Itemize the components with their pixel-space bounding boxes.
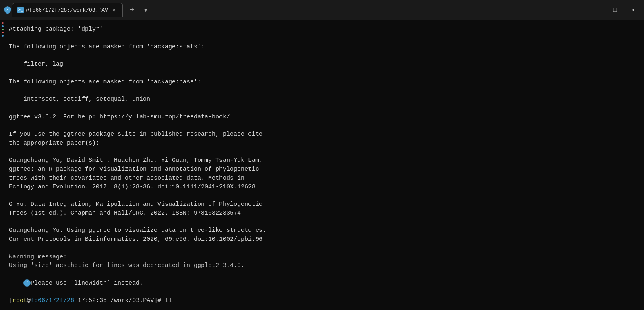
- line-trees-covariates: trees with their covariates and other as…: [9, 174, 637, 183]
- line-filter-lag: filter, lag: [9, 60, 637, 69]
- line-warning-message: Warning message:: [9, 253, 637, 262]
- line-blank-5: [9, 104, 637, 113]
- close-button[interactable]: ✕: [625, 4, 641, 16]
- svg-text:S: S: [7, 8, 9, 12]
- prompt-user: root: [12, 296, 27, 305]
- maximize-button[interactable]: □: [607, 4, 623, 16]
- line-blank-2: [9, 51, 637, 60]
- sidebar-dot-4: [2, 32, 4, 33]
- line-trees-chapman: Trees (1st ed.). Chapman and Hall/CRC. 2…: [9, 209, 637, 218]
- line-info: iPlease use `linewidth` instead.: [9, 270, 637, 296]
- shield-icon: S: [3, 6, 12, 14]
- line-appropriate: the appropriate paper(s):: [9, 139, 637, 148]
- line-masked-stats: The following objects are masked from 'p…: [9, 43, 637, 52]
- terminal-tab[interactable]: >_ @fc667172f728:/work/03.PAV ✕: [12, 3, 123, 17]
- terminal-tab-icon: >_: [17, 7, 24, 13]
- sidebar-icons: [0, 20, 6, 310]
- line-blank-9: [9, 218, 637, 227]
- prompt-host: fc667172f728: [31, 296, 74, 305]
- titlebar-left: S: [3, 6, 12, 14]
- line-ggtree-version: ggtree v3.6.2 For help: https://yulab-sm…: [9, 113, 637, 122]
- line-ecology: Ecology and Evolution. 2017, 8(1):28-36.…: [9, 183, 637, 192]
- prompt-path: /work/03.PAV: [110, 296, 154, 305]
- line-info-text: Please use `linewidth` instead.: [31, 280, 143, 287]
- prompt-space: [74, 296, 78, 305]
- add-tab-button[interactable]: +: [126, 4, 138, 16]
- prompt-cmd: ll: [161, 296, 172, 305]
- line-guangchuang-2: Guangchuang Yu. Using ggtree to visualiz…: [9, 226, 637, 235]
- terminal-tab-label: @fc667172f728:/work/03.PAV: [26, 7, 108, 13]
- line-using-size: Using 'size' aesthetic for lines was dep…: [9, 261, 637, 270]
- line-intersect: intersect, setdiff, setequal, union: [9, 95, 637, 104]
- line-masked-base: The following objects are masked from 'p…: [9, 78, 637, 87]
- prompt-time: 17:52:35: [78, 296, 107, 305]
- line-blank-6: [9, 121, 637, 130]
- sidebar-dot-2: [2, 25, 4, 27]
- line-blank-3: [9, 69, 637, 78]
- titlebar: S >_ @fc667172f728:/work/03.PAV ✕ + ▾ ─ …: [0, 0, 644, 20]
- line-ggtree-pkg: ggtree: an R package for visualization a…: [9, 165, 637, 174]
- sidebar-dot-1: [2, 22, 4, 24]
- terminal-tab-close[interactable]: ✕: [110, 6, 118, 14]
- info-icon: i: [23, 279, 31, 287]
- tab-actions: + ▾: [126, 4, 152, 16]
- line-blank-1: [9, 34, 637, 43]
- line-blank-4: [9, 86, 637, 95]
- sidebar-dot-5: [2, 35, 4, 37]
- prompt-space-2: [107, 296, 110, 305]
- line-guangchuang: Guangchuang Yu, David Smith, Huachen Zhu…: [9, 156, 637, 165]
- dropdown-button[interactable]: ▾: [140, 4, 152, 16]
- minimize-button[interactable]: ─: [589, 4, 605, 16]
- prompt-dollar: ]#: [154, 296, 161, 305]
- prompt-line[interactable]: [root@fc667172f728 17:52:35 /work/03.PAV…: [9, 296, 637, 305]
- prompt-at: @: [27, 296, 31, 305]
- line-blank-8: [9, 191, 637, 200]
- window-controls: ─ □ ✕: [589, 4, 641, 16]
- line-attaching: Attaching package: 'dplyr': [9, 25, 637, 34]
- line-blank-10: [9, 244, 637, 253]
- prompt-open-bracket: [: [9, 296, 12, 305]
- line-g-yu: G Yu. Data Integration, Manipulation and…: [9, 200, 637, 209]
- tab-bar: >_ @fc667172f728:/work/03.PAV ✕ + ▾: [12, 3, 589, 17]
- line-current-protocols: Current Protocols in Bioinformatics. 202…: [9, 235, 637, 244]
- sidebar-dot-3: [2, 29, 4, 30]
- terminal-body[interactable]: Attaching package: 'dplyr' The following…: [0, 20, 644, 310]
- line-if-you-use: If you use the ggtree package suite in p…: [9, 130, 637, 139]
- line-blank-7: [9, 148, 637, 157]
